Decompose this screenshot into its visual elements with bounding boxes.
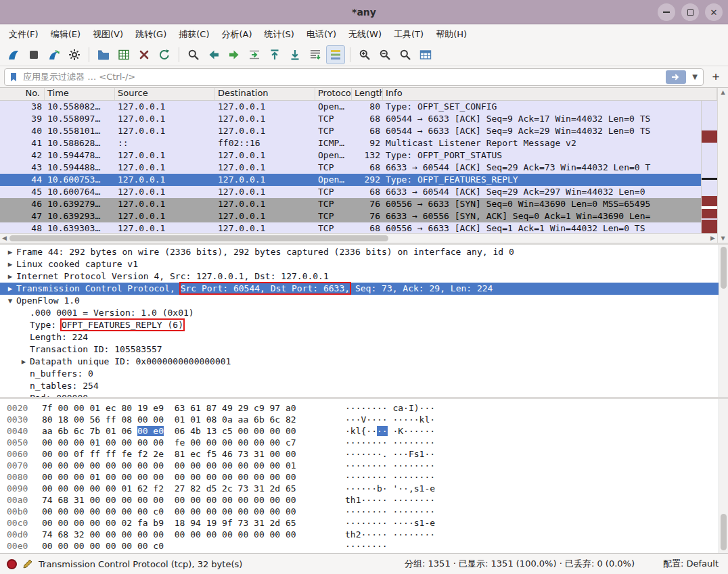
filter-dropdown-chevron-icon[interactable]: ▼ — [690, 73, 700, 80]
scroll-right-arrow-icon[interactable]: ▶ — [710, 235, 715, 241]
hex-row[interactable]: 00b000 00 00 00 00 00 00 c0 00 00 00 00 … — [0, 506, 728, 517]
intelligent-scrollbar-minimap[interactable] — [701, 101, 717, 233]
hex-row[interactable]: 0040aa 6b 6c 7b 01 06 00 e0 06 4b 13 c5 … — [0, 425, 728, 437]
packet-row-48[interactable]: 4810.639303…127.0.0.1127.0.0.1TCP6860556… — [0, 222, 701, 233]
status-profile[interactable]: 配置: Default — [663, 558, 719, 570]
detail-line[interactable]: Type: OFPT_FEATURES_REPLY (6) — [0, 319, 728, 331]
packet-row-47[interactable]: 4710.639293…127.0.0.1127.0.0.1TCP766633 … — [0, 210, 701, 222]
menu-item[interactable]: 统计(S) — [258, 26, 300, 43]
stop-capture-button[interactable] — [24, 45, 43, 64]
packet-row-39[interactable]: 3910.558097…127.0.0.1127.0.0.1TCP6860544… — [0, 113, 701, 125]
hex-row[interactable]: 00a074 68 31 00 00 00 00 00 00 00 00 00 … — [0, 494, 728, 506]
find-packet-button[interactable] — [184, 45, 203, 64]
column-header-protocol[interactable]: Protocol — [315, 88, 352, 100]
detail-line[interactable]: Length: 224 — [0, 331, 728, 343]
zoom-reset-button[interactable] — [396, 45, 415, 64]
details-vertical-scrollbar[interactable] — [719, 245, 728, 397]
restart-capture-button[interactable] — [45, 45, 64, 64]
expander-icon[interactable]: ▸ — [4, 246, 16, 258]
menu-item[interactable]: 文件(F) — [3, 26, 45, 43]
capture-options-button[interactable] — [65, 45, 84, 64]
detail-line[interactable]: ▸Frame 44: 292 bytes on wire (2336 bits)… — [0, 246, 728, 258]
close-button[interactable]: ✕ — [705, 3, 723, 21]
hex-row[interactable]: 00207f 00 00 01 ec 80 19 e9 63 61 87 49 … — [0, 402, 728, 414]
hex-vertical-scrollbar[interactable] — [719, 399, 728, 553]
save-file-button[interactable] — [114, 45, 133, 64]
menu-item[interactable]: 无线(W) — [342, 26, 388, 43]
menu-item[interactable]: 编辑(E) — [45, 26, 87, 43]
horizontal-scrollbar[interactable]: ◀ ▶ — [0, 233, 717, 243]
hex-scrollbar-thumb[interactable] — [721, 514, 727, 550]
packet-list-vertical-scrollbar[interactable]: ▲ ▼ — [717, 88, 728, 243]
packet-row-42[interactable]: 4210.594478…127.0.0.1127.0.0.1Open…132Ty… — [0, 149, 701, 162]
column-header-destination[interactable]: Destination — [215, 88, 315, 100]
menu-item[interactable]: 捕获(C) — [173, 26, 215, 43]
close-file-button[interactable] — [135, 45, 154, 64]
packet-row-45[interactable]: 4510.600764…127.0.0.1127.0.0.1TCP686633 … — [0, 186, 701, 198]
menu-item[interactable]: 帮助(H) — [430, 26, 473, 43]
detail-line[interactable]: ▸Linux cooked capture v1 — [0, 258, 728, 270]
hex-row[interactable]: 009000 00 00 00 00 01 62 f2 27 82 d5 2c … — [0, 483, 728, 494]
detail-line[interactable]: .000 0001 = Version: 1.0 (0x01) — [0, 307, 728, 319]
horizontal-scrollbar-thumb[interactable] — [9, 235, 388, 241]
menu-item[interactable]: 视图(V) — [87, 26, 129, 43]
hex-row[interactable]: 006000 00 0f ff ff fe f2 2e 81 ec f5 46 … — [0, 448, 728, 460]
packet-row-38[interactable]: 3810.558082…127.0.0.1127.0.0.1Open…80Typ… — [0, 101, 701, 113]
hex-row[interactable]: 00c000 00 00 00 00 02 fa b9 18 94 19 9f … — [0, 517, 728, 529]
menu-item[interactable]: 电话(Y) — [300, 26, 342, 43]
detail-line[interactable]: Pad: 000000 — [0, 392, 728, 397]
column-header-source[interactable]: Source — [115, 88, 215, 100]
column-header-length[interactable]: Length — [352, 88, 383, 100]
go-first-button[interactable] — [265, 45, 284, 64]
menu-item[interactable]: 工具(T) — [388, 26, 430, 43]
filter-bookmark-icon[interactable] — [8, 72, 19, 82]
detail-line[interactable]: n_tables: 254 — [0, 380, 728, 392]
maximize-button[interactable] — [681, 3, 699, 21]
hex-row[interactable]: 003080 18 00 56 ff 08 00 00 01 01 08 0a … — [0, 414, 728, 425]
detail-line[interactable]: ▸Datapath unique ID: 0x0000000000000001 — [0, 356, 728, 368]
scroll-down-arrow-icon[interactable]: ▼ — [718, 235, 728, 241]
hex-row[interactable]: 00d074 68 32 00 00 00 00 00 00 00 00 00 … — [0, 529, 728, 540]
go-forward-button[interactable] — [225, 45, 244, 64]
open-file-button[interactable] — [94, 45, 113, 64]
expander-icon[interactable]: ▸ — [4, 258, 16, 270]
detail-line[interactable]: ▸Transmission Control Protocol, Src Port… — [0, 283, 728, 295]
zoom-in-button[interactable] — [355, 45, 374, 64]
display-filter-input[interactable]: 应用显示过滤器 … <Ctrl-/> ▼ — [4, 68, 704, 86]
detail-line[interactable]: ▸Internet Protocol Version 4, Src: 127.0… — [0, 270, 728, 283]
expander-icon[interactable]: ▾ — [4, 295, 16, 307]
packet-row-41[interactable]: 4110.588628…::ff02::16ICMP…92Multicast L… — [0, 137, 701, 149]
menu-item[interactable]: 跳转(G) — [129, 26, 173, 43]
column-header-time[interactable]: Time — [45, 88, 115, 100]
colorize-button[interactable] — [326, 45, 345, 64]
packet-row-44[interactable]: 4410.600753…127.0.0.1127.0.0.1Open…292Ty… — [0, 174, 701, 186]
column-header-no[interactable]: No. — [0, 88, 45, 100]
start-capture-button[interactable] — [4, 45, 23, 64]
hex-row[interactable]: 00e000 00 00 00 00 00 00 c0········ — [0, 540, 728, 552]
go-to-packet-button[interactable] — [245, 45, 264, 64]
expander-icon[interactable]: ▸ — [18, 356, 30, 368]
expander-icon[interactable]: ▸ — [4, 283, 16, 295]
scroll-up-arrow-icon[interactable]: ▲ — [718, 89, 728, 95]
apply-filter-button[interactable] — [666, 70, 686, 84]
resize-columns-button[interactable] — [416, 45, 435, 64]
detail-line[interactable]: n_buffers: 0 — [0, 368, 728, 380]
packet-row-40[interactable]: 4010.558101…127.0.0.1127.0.0.1TCP6860544… — [0, 125, 701, 137]
detail-line[interactable]: Transaction ID: 105583557 — [0, 343, 728, 356]
column-header-info[interactable]: Info — [383, 88, 717, 100]
hex-row[interactable]: 008000 00 00 01 00 00 00 00 00 00 00 00 … — [0, 471, 728, 483]
expander-icon[interactable]: ▸ — [4, 270, 16, 283]
reload-file-button[interactable] — [155, 45, 174, 64]
hex-row[interactable]: 005000 00 00 01 00 00 00 00 fe 00 00 00 … — [0, 437, 728, 448]
scroll-left-arrow-icon[interactable]: ◀ — [2, 235, 7, 241]
details-scrollbar-thumb[interactable] — [721, 247, 727, 289]
detail-line[interactable]: ▾OpenFlow 1.0 — [0, 295, 728, 307]
auto-scroll-button[interactable] — [306, 45, 325, 64]
packet-row-46[interactable]: 4610.639279…127.0.0.1127.0.0.1TCP7660556… — [0, 198, 701, 210]
capture-comment-icon[interactable] — [22, 558, 33, 569]
hex-row[interactable]: 007000 00 00 00 00 00 00 00 00 00 00 00 … — [0, 460, 728, 471]
go-back-button[interactable] — [204, 45, 223, 64]
zoom-out-button[interactable] — [376, 45, 394, 64]
packet-row-43[interactable]: 4310.594488…127.0.0.1127.0.0.1TCP686633 … — [0, 162, 701, 174]
expert-info-icon[interactable] — [7, 559, 17, 569]
